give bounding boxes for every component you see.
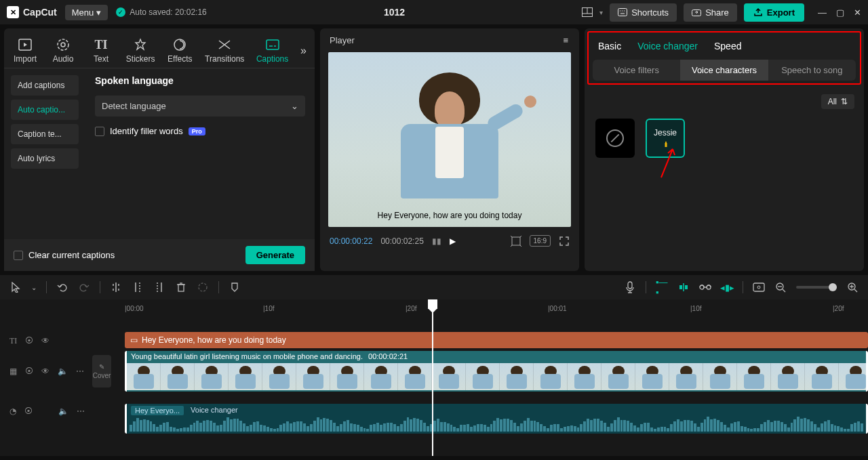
voice-jessie[interactable]: Jessie ıllı	[646, 119, 685, 158]
audio-clip[interactable]: Hey Everyo... Voice changer	[125, 404, 868, 434]
video-track-head: ▦ ⦿ 👁 🔈 ⋯ ✎ Cover	[0, 350, 121, 393]
preview-icon[interactable]	[753, 281, 765, 293]
video-track[interactable]: Young beautiful latin girl listening mus…	[121, 351, 868, 393]
video-clip[interactable]: Young beautiful latin girl listening mus…	[125, 351, 868, 392]
mute-icon[interactable]: 🔈	[58, 367, 68, 376]
volume-icon[interactable]: ▮▮	[432, 236, 441, 246]
audio-track[interactable]: Hey Everyo... Voice changer	[121, 404, 868, 435]
delete-icon[interactable]	[175, 281, 187, 293]
captions-subnav: Add captions Auto captio... Caption te..…	[4, 68, 85, 239]
tab-audio[interactable]: Audio	[45, 34, 81, 68]
zoom-slider[interactable]	[796, 286, 837, 289]
share-button[interactable]: Share	[684, 3, 737, 22]
time-current: 00:00:00:22	[330, 236, 372, 246]
shortcuts-button[interactable]: Shortcuts	[610, 3, 677, 22]
subtab-speech-to-song[interactable]: Speech to song	[768, 60, 856, 81]
subnav-auto-lyrics[interactable]: Auto lyrics	[11, 148, 79, 169]
filler-words-row[interactable]: Identify filler words Pro	[95, 126, 305, 136]
pro-badge: Pro	[189, 127, 205, 135]
zoom-in-icon[interactable]	[846, 281, 859, 293]
tab-voice-changer[interactable]: Voice changer	[637, 41, 698, 51]
crop-tool-icon[interactable]	[197, 281, 209, 293]
eye-icon[interactable]: 👁	[41, 336, 50, 346]
zoom-thumb[interactable]	[829, 283, 837, 291]
spoken-language-title: Spoken language	[95, 75, 305, 86]
crop-icon[interactable]	[511, 236, 521, 247]
delete-left-icon[interactable]	[132, 281, 144, 293]
layout-icon[interactable]	[582, 7, 593, 18]
menu-button[interactable]: Menu ▾	[65, 5, 108, 20]
link-icon[interactable]	[699, 281, 711, 293]
voice-none[interactable]	[595, 119, 635, 158]
player-viewport[interactable]: Hey Everyone, how are you doing today	[328, 52, 571, 227]
subtab-voice-filters[interactable]: Voice filters	[593, 60, 680, 81]
svg-rect-3	[618, 9, 627, 16]
autosaved-text: Auto saved: 20:02:16	[130, 7, 206, 17]
redo-icon[interactable]	[78, 281, 90, 293]
transitions-icon	[218, 38, 231, 51]
marker-icon[interactable]	[229, 281, 241, 293]
autosaved-status: ✓ Auto saved: 20:02:16	[116, 7, 206, 17]
caption-clip-text: Hey Everyone, how are you doing today	[142, 335, 286, 345]
caption-track[interactable]: ▭ Hey Everyone, how are you doing today	[121, 332, 868, 350]
snap-icon[interactable]	[677, 281, 690, 293]
playhead[interactable]	[432, 299, 433, 456]
play-icon[interactable]: ▶	[450, 236, 456, 246]
cover-label: Cover	[93, 372, 111, 379]
subtab-voice-characters[interactable]: Voice characters	[680, 60, 768, 81]
minimize-icon[interactable]: —	[818, 7, 827, 18]
tab-effects[interactable]: Effects	[161, 34, 198, 68]
generate-button[interactable]: Generate	[245, 246, 305, 264]
tab-captions[interactable]: Captions	[251, 34, 294, 68]
tab-transitions[interactable]: Transitions	[199, 34, 250, 68]
clear-captions-row[interactable]: Clear current captions	[14, 250, 115, 260]
lock-icon[interactable]: ⦿	[25, 367, 33, 376]
cover-button[interactable]: ✎ Cover	[92, 355, 111, 388]
tab-stickers[interactable]: Stickers	[121, 34, 160, 68]
filter-icon: ⇅	[841, 97, 848, 106]
tab-speed[interactable]: Speed	[714, 41, 741, 51]
tab-text[interactable]: TIText	[83, 34, 119, 68]
magnet-icon[interactable]: ▪—▪	[656, 281, 668, 293]
chevron-down-icon[interactable]: ⌄	[31, 284, 37, 291]
all-filter-button[interactable]: All ⇅	[821, 94, 854, 109]
aspect-ratio[interactable]: 16:9	[530, 235, 551, 247]
chevron-down-icon[interactable]: ▾	[599, 9, 603, 16]
undo-icon[interactable]	[56, 281, 68, 293]
eye-icon[interactable]: 👁	[41, 367, 50, 376]
export-button[interactable]: Export	[744, 3, 804, 22]
filler-checkbox[interactable]	[95, 127, 104, 136]
cursor-icon[interactable]	[9, 281, 22, 293]
time-ruler[interactable]: |00:00 |10f |20f |00:01 |10f |20f	[121, 299, 868, 318]
lock-icon[interactable]: ⦿	[24, 406, 33, 416]
video-clip-duration: 00:00:02:21	[368, 352, 408, 360]
mic-icon[interactable]	[624, 281, 636, 293]
tab-basic[interactable]: Basic	[598, 41, 621, 51]
fullscreen-icon[interactable]	[559, 236, 570, 247]
align-icon[interactable]: ◂▮▸	[721, 281, 733, 293]
subnav-auto-captions[interactable]: Auto captio...	[11, 100, 79, 120]
voice-changer-highlight: Basic Voice changer Speed Voice filters …	[587, 31, 861, 85]
delete-right-icon[interactable]	[153, 281, 165, 293]
import-icon	[18, 38, 32, 51]
tab-import[interactable]: Import	[7, 34, 43, 68]
playhead-handle[interactable]	[428, 299, 437, 309]
ruler-mark: |20f	[833, 305, 844, 312]
project-title: 1012	[215, 7, 574, 18]
zoom-out-icon[interactable]	[774, 281, 787, 293]
more-icon[interactable]: ⋯	[76, 367, 84, 376]
timeline-tracks[interactable]: |00:00 |10f |20f |00:01 |10f |20f ▭ Hey …	[121, 299, 868, 456]
mute-icon[interactable]: 🔈	[58, 406, 68, 416]
more-tabs-button[interactable]: »	[295, 34, 312, 68]
subnav-add-captions[interactable]: Add captions	[11, 75, 79, 96]
player-menu-icon[interactable]: ≡	[563, 35, 570, 45]
close-icon[interactable]: ✕	[854, 7, 861, 18]
clear-checkbox[interactable]	[14, 251, 23, 260]
split-icon[interactable]	[110, 281, 122, 293]
language-select[interactable]: Detect language ⌄	[95, 96, 305, 117]
lock-icon[interactable]: ⦿	[25, 336, 33, 346]
subnav-caption-templates[interactable]: Caption te...	[11, 124, 79, 144]
more-icon[interactable]: ⋯	[77, 406, 85, 416]
caption-clip[interactable]: ▭ Hey Everyone, how are you doing today	[125, 332, 868, 348]
maximize-icon[interactable]: ▢	[836, 7, 844, 18]
